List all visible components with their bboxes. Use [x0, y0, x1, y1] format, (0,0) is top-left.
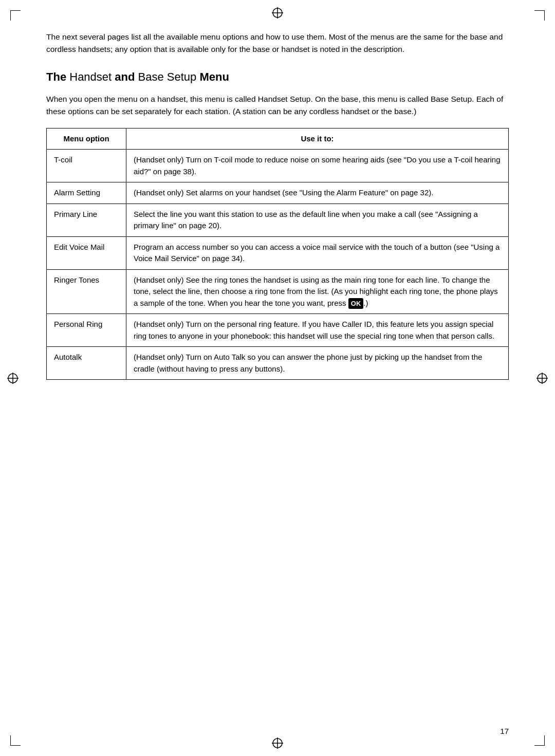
menu-desc-alarm: (Handset only) Set alarms on your handse…: [126, 182, 509, 204]
reg-mark-right: [536, 373, 548, 384]
title-handset: Handset: [66, 70, 115, 83]
intro-paragraph: The next several pages list all the avai…: [46, 31, 509, 56]
corner-mark-tl: [10, 10, 21, 21]
menu-desc-personal-ring: (Handset only) Turn on the personal ring…: [126, 314, 509, 347]
col-header-use: Use it to:: [126, 128, 509, 150]
title-and: and: [115, 70, 135, 83]
menu-option-ringer: Ringer Tones: [47, 269, 126, 314]
menu-option-personal-ring: Personal Ring: [47, 314, 126, 347]
page-number: 17: [500, 727, 509, 735]
menu-desc-voicemail: Program an access number so you can acce…: [126, 236, 509, 269]
menu-option-primary-line: Primary Line: [47, 204, 126, 236]
section-description: When you open the menu on a handset, thi…: [46, 93, 509, 118]
table-row: Personal Ring (Handset only) Turn on the…: [47, 314, 509, 347]
corner-mark-br: [534, 735, 545, 746]
table-row: Ringer Tones (Handset only) See the ring…: [47, 269, 509, 314]
menu-option-alarm: Alarm Setting: [47, 182, 126, 204]
menu-desc-autotalk: (Handset only) Turn on Auto Talk so you …: [126, 347, 509, 380]
menu-desc-primary-line: Select the line you want this station to…: [126, 204, 509, 236]
reg-mark-bottom: [272, 737, 283, 749]
menu-table: Menu option Use it to: T-coil (Handset o…: [46, 128, 509, 380]
table-row: Autotalk (Handset only) Turn on Auto Tal…: [47, 347, 509, 380]
menu-desc-ringer: (Handset only) See the ring tones the ha…: [126, 269, 509, 314]
table-row: Primary Line Select the line you want th…: [47, 204, 509, 236]
table-row: T-coil (Handset only) Turn on T-coil mod…: [47, 150, 509, 182]
ok-badge: OK: [348, 298, 364, 309]
corner-mark-bl: [10, 735, 21, 746]
page-container: The next several pages list all the avai…: [0, 0, 555, 756]
menu-option-autotalk: Autotalk: [47, 347, 126, 380]
col-header-option: Menu option: [47, 128, 126, 150]
title-base-setup: Base Setup: [135, 70, 199, 83]
table-row: Alarm Setting (Handset only) Set alarms …: [47, 182, 509, 204]
title-menu: Menu: [199, 70, 229, 83]
title-the: The: [46, 70, 66, 83]
table-header-row: Menu option Use it to:: [47, 128, 509, 150]
reg-mark-top: [272, 7, 283, 19]
table-row: Edit Voice Mail Program an access number…: [47, 236, 509, 269]
menu-option-voicemail: Edit Voice Mail: [47, 236, 126, 269]
menu-option-tcoil: T-coil: [47, 150, 126, 182]
corner-mark-tr: [534, 10, 545, 21]
section-title: The Handset and Base Setup Menu: [46, 70, 509, 85]
reg-mark-left: [7, 373, 18, 384]
menu-desc-tcoil: (Handset only) Turn on T-coil mode to re…: [126, 150, 509, 182]
